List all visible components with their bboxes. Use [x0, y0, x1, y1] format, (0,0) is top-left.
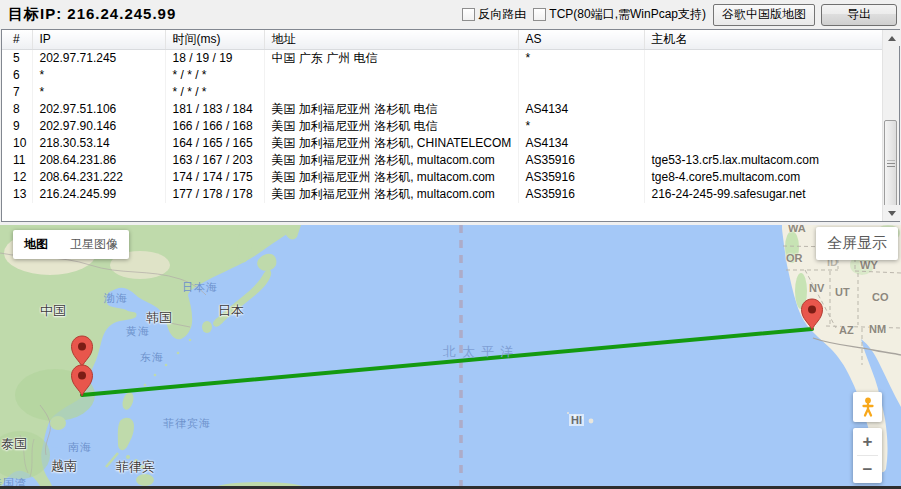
table-cell [644, 135, 882, 152]
table-row[interactable]: 6** / * / * [2, 67, 882, 84]
target-ip-label: 目标IP: 216.24.245.99 [8, 5, 176, 24]
table-cell: 9 [2, 118, 32, 135]
table-cell [644, 49, 882, 67]
column-header-4[interactable]: AS [518, 30, 644, 49]
table-cell [644, 101, 882, 118]
column-header-1[interactable]: IP [32, 30, 165, 49]
pegman-control[interactable] [853, 392, 882, 422]
table-cell: * [32, 84, 165, 101]
table-row[interactable]: 11208.64.231.86163 / 167 / 203美国 加利福尼亚州 … [2, 152, 882, 169]
table-cell: * [518, 118, 644, 135]
table-cell: tge8-4.core5.multacom.com [644, 169, 882, 186]
column-header-3[interactable]: 地址 [264, 30, 518, 49]
asia-landmass [0, 225, 300, 486]
table-row[interactable]: 10218.30.53.14164 / 165 / 165美国 加利福尼亚州 洛… [2, 135, 882, 152]
table-cell: * / * / * [165, 84, 264, 101]
column-header-0[interactable]: # [2, 30, 32, 49]
tcp-option[interactable]: TCP(80端口,需WinPcap支持) [533, 6, 706, 23]
table-cell: 202.97.71.245 [32, 49, 165, 67]
table-cell: 202.97.51.106 [32, 101, 165, 118]
table-cell: 164 / 165 / 165 [165, 135, 264, 152]
table-cell: 218.30.53.14 [32, 135, 165, 152]
table-cell: 202.97.90.146 [32, 118, 165, 135]
reverse-route-option[interactable]: 反向路由 [462, 6, 526, 23]
table-cell: 13 [2, 186, 32, 203]
table-cell [644, 118, 882, 135]
table-row[interactable]: 5202.97.71.24518 / 19 / 19中国 广东 广州 电信* [2, 49, 882, 67]
tcp-checkbox[interactable] [533, 8, 546, 21]
table-row[interactable]: 12208.64.231.222174 / 174 / 175美国 加利福尼亚州… [2, 169, 882, 186]
scrollbar-up-icon[interactable] [883, 30, 900, 46]
scrollbar-thumb[interactable] [884, 120, 897, 207]
table-cell: AS35916 [518, 152, 644, 169]
besttrace-window: 目标IP: 216.24.245.99 反向路由 TCP(80端口,需WinPc… [0, 0, 901, 489]
table-cell: AS4134 [518, 101, 644, 118]
table-cell: 美国 加利福尼亚州 洛杉矶, multacom.com [264, 169, 518, 186]
table-cell [264, 84, 518, 101]
map-canvas [0, 225, 901, 486]
table-cell: 12 [2, 169, 32, 186]
table-cell [518, 67, 644, 84]
table-cell: * [32, 67, 165, 84]
column-header-5[interactable]: 主机名 [644, 30, 882, 49]
table-cell: 美国 加利福尼亚州 洛杉矶 电信 [264, 118, 518, 135]
table-cell: 166 / 166 / 168 [165, 118, 264, 135]
zoom-control: + − [853, 428, 882, 483]
table-cell: 163 / 167 / 203 [165, 152, 264, 169]
table-cell: 18 / 19 / 19 [165, 49, 264, 67]
table-cell: 10 [2, 135, 32, 152]
hop-table-head-row: #IP时间(ms)地址AS主机名 [2, 30, 882, 49]
satellite-type-button[interactable]: 卫星图像 [70, 236, 118, 253]
table-cell: 208.64.231.86 [32, 152, 165, 169]
hop-table: #IP时间(ms)地址AS主机名 5202.97.71.24518 / 19 /… [1, 29, 900, 222]
map-type-button[interactable]: 地图 [24, 236, 48, 253]
top-toolbar: 目标IP: 216.24.245.99 反向路由 TCP(80端口,需WinPc… [0, 0, 901, 29]
reverse-route-checkbox[interactable] [462, 8, 475, 21]
table-row[interactable]: 8202.97.51.106181 / 183 / 184美国 加利福尼亚州 洛… [2, 101, 882, 118]
table-cell: tge53-13.cr5.lax.multacom.com [644, 152, 882, 169]
scrollbar-down-icon[interactable] [883, 205, 900, 221]
table-cell: 216.24.245.99 [32, 186, 165, 203]
table-cell: 174 / 174 / 175 [165, 169, 264, 186]
north-america-landmass [782, 225, 901, 472]
table-row[interactable]: 9202.97.90.146166 / 166 / 168美国 加利福尼亚州 洛… [2, 118, 882, 135]
table-cell: AS35916 [518, 169, 644, 186]
pegman-icon [860, 396, 876, 418]
zoom-out-button[interactable]: − [853, 456, 882, 483]
zoom-in-button[interactable]: + [853, 428, 882, 455]
table-cell: 5 [2, 49, 32, 67]
table-scrollbar[interactable] [882, 30, 899, 221]
table-row[interactable]: 7** / * / * [2, 84, 882, 101]
map-type-control: 地图 卫星图像 [13, 230, 129, 259]
table-cell: 中国 广东 广州 电信 [264, 49, 518, 67]
table-cell: 216-24-245-99.safesugar.net [644, 186, 882, 203]
table-cell: 11 [2, 152, 32, 169]
google-china-map-button[interactable]: 谷歌中国版地图 [713, 4, 815, 26]
table-cell: 美国 加利福尼亚州 洛杉矶, CHINATELECOM [264, 135, 518, 152]
hop-table-grid: #IP时间(ms)地址AS主机名 5202.97.71.24518 / 19 /… [2, 30, 883, 203]
reverse-route-label: 反向路由 [478, 6, 526, 23]
table-cell: AS35916 [518, 186, 644, 203]
column-header-2[interactable]: 时间(ms) [165, 30, 264, 49]
hawaii-islands [567, 412, 593, 423]
table-cell [644, 67, 882, 84]
export-button[interactable]: 导出 [821, 4, 897, 26]
table-cell: 8 [2, 101, 32, 118]
hop-table-body: 5202.97.71.24518 / 19 / 19中国 广东 广州 电信*6*… [2, 49, 882, 203]
fullscreen-button[interactable]: 全屏显示 [816, 227, 898, 260]
tcp-label: TCP(80端口,需WinPcap支持) [549, 6, 706, 23]
table-cell [518, 84, 644, 101]
table-cell: 7 [2, 84, 32, 101]
table-cell: 6 [2, 67, 32, 84]
table-cell: 美国 加利福尼亚州 洛杉矶, multacom.com [264, 186, 518, 203]
table-cell: 208.64.231.222 [32, 169, 165, 186]
table-cell: * / * / * [165, 67, 264, 84]
table-cell: 美国 加利福尼亚州 洛杉矶, multacom.com [264, 152, 518, 169]
table-cell: * [518, 49, 644, 67]
route-line [82, 329, 812, 395]
table-row[interactable]: 13216.24.245.99177 / 178 / 178美国 加利福尼亚州 … [2, 186, 882, 203]
route-map[interactable]: 中国韩国日本泰国越南菲律宾日本海渤海黄海东海南海菲律宾海泰国湾北太平洋WAORI… [0, 225, 901, 486]
table-cell: AS4134 [518, 135, 644, 152]
table-cell: 181 / 183 / 184 [165, 101, 264, 118]
table-cell [264, 67, 518, 84]
